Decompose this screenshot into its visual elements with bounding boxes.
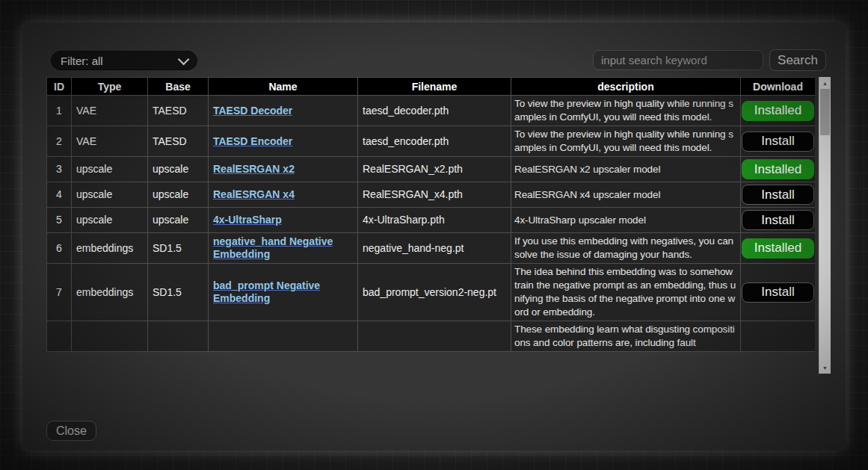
scrollbar-up-arrow-icon[interactable]: ▲: [819, 77, 831, 89]
cell-id: 4: [47, 182, 72, 208]
table-scrollbar[interactable]: ▲ ▼: [819, 77, 831, 374]
installed-button[interactable]: Installed: [742, 159, 814, 179]
cell-type: VAE: [72, 126, 148, 157]
header-name: Name: [209, 78, 358, 96]
cell-filename: RealESRGAN_x2.pth: [358, 157, 511, 182]
filter-dropdown[interactable]: Filter: all: [51, 51, 197, 70]
cell-type: embeddings: [72, 233, 148, 264]
filter-dropdown-value: Filter: all: [61, 55, 103, 67]
scrollbar-down-arrow-icon[interactable]: ▼: [819, 362, 831, 374]
table-body: 1VAETAESDTAESD Decodertaesd_decoder.pthT…: [47, 96, 816, 352]
cell-description: These embedding learn what disgusting co…: [511, 321, 741, 352]
cell-description: RealESRGAN x2 upscaler model: [511, 157, 741, 182]
cell-base: SD1.5: [148, 233, 209, 264]
cell-id: 1: [47, 96, 72, 126]
header-base: Base: [148, 78, 209, 96]
header-type: Type: [72, 78, 148, 96]
cell-name: RealESRGAN x4: [209, 182, 358, 208]
table-row: 7embeddingsSD1.5bad_prompt Negative Embe…: [47, 264, 816, 321]
cell-download: Installed: [741, 233, 816, 264]
search-input[interactable]: [593, 50, 763, 70]
cell-filename: negative_hand-neg.pt: [358, 233, 511, 264]
cell-base: upscale: [148, 182, 209, 208]
table-row: 3upscaleupscaleRealESRGAN x2RealESRGAN_x…: [47, 157, 816, 182]
cell-id: 3: [47, 157, 72, 182]
cell-filename: 4x-UltraSharp.pth: [358, 208, 511, 233]
cell-filename: taesd_encoder.pth: [358, 126, 511, 157]
cell-base: upscale: [148, 208, 209, 233]
cell-name: [209, 321, 358, 352]
cell-type: [72, 321, 148, 352]
table-row: 1VAETAESDTAESD Decodertaesd_decoder.pthT…: [47, 96, 816, 126]
install-button[interactable]: Install: [742, 210, 814, 230]
cell-type: upscale: [72, 157, 148, 182]
cell-filename: taesd_decoder.pth: [358, 96, 511, 126]
cell-filename: RealESRGAN_x4.pth: [358, 182, 511, 208]
cell-id: 5: [47, 208, 72, 233]
cell-filename: [358, 321, 511, 352]
cell-description: To view the preview in high quality whil…: [511, 96, 741, 126]
cell-name: RealESRGAN x2: [209, 157, 358, 182]
cell-name: TAESD Encoder: [209, 126, 358, 157]
scrollbar-thumb[interactable]: [820, 89, 830, 135]
cell-download: Install: [741, 126, 816, 157]
table-row: 4upscaleupscaleRealESRGAN x4RealESRGAN_x…: [47, 182, 816, 208]
install-button[interactable]: Install: [742, 185, 814, 205]
cell-description: 4x-UltraSharp upscaler model: [511, 208, 741, 233]
cell-download: Installed: [741, 157, 816, 182]
model-link[interactable]: TAESD Decoder: [213, 105, 292, 117]
cell-name: 4x-UltraSharp: [209, 208, 358, 233]
cell-name: bad_prompt Negative Embedding: [209, 264, 358, 321]
cell-download: Install: [741, 208, 816, 233]
cell-base: [148, 321, 209, 352]
model-link[interactable]: RealESRGAN x4: [213, 188, 295, 200]
model-install-dialog: Filter: all Search ID Type Base Name: [22, 22, 846, 451]
model-link[interactable]: 4x-UltraSharp: [213, 214, 282, 226]
cell-description: RealESRGAN x4 upscaler model: [511, 182, 741, 208]
cell-base: upscale: [148, 157, 209, 182]
table-row: 2VAETAESDTAESD Encodertaesd_encoder.pthT…: [47, 126, 816, 157]
cell-base: SD1.5: [148, 264, 209, 321]
close-button[interactable]: Close: [46, 421, 96, 441]
install-button[interactable]: Install: [742, 282, 814, 303]
cell-download: [741, 321, 816, 352]
installed-button[interactable]: Installed: [742, 238, 814, 259]
cell-download: Installed: [741, 96, 816, 126]
cell-id: 2: [47, 126, 72, 157]
cell-id: [47, 321, 72, 352]
cell-download: Install: [741, 182, 816, 208]
header-id: ID: [47, 78, 72, 96]
table-row: These embedding learn what disgusting co…: [47, 321, 816, 352]
cell-base: TAESD: [148, 96, 209, 126]
cell-download: Install: [741, 264, 816, 321]
search-button[interactable]: Search: [769, 49, 826, 71]
model-link[interactable]: TAESD Encoder: [213, 135, 292, 147]
cell-id: 7: [47, 264, 72, 321]
header-download: Download: [741, 78, 816, 96]
table-row: 5upscaleupscale4x-UltraSharp4x-UltraShar…: [47, 208, 816, 233]
model-table-viewport: ID Type Base Name Filename description D…: [46, 77, 815, 374]
install-button[interactable]: Install: [742, 132, 814, 152]
table-row: 6embeddingsSD1.5negative_hand Negative E…: [47, 233, 816, 264]
chevron-down-icon: [178, 53, 190, 65]
cell-type: VAE: [72, 96, 148, 126]
cell-filename: bad_prompt_version2-neg.pt: [358, 264, 511, 321]
cell-type: upscale: [72, 208, 148, 233]
cell-description: If you use this embedding with negatives…: [511, 233, 741, 264]
cell-type: embeddings: [72, 264, 148, 321]
cell-description: The idea behind this embedding was to so…: [511, 264, 741, 321]
comfyui-canvas: Filter: all Search ID Type Base Name: [0, 0, 868, 470]
model-table: ID Type Base Name Filename description D…: [46, 77, 815, 352]
table-header-row: ID Type Base Name Filename description D…: [47, 78, 816, 96]
cell-name: negative_hand Negative Embedding: [209, 233, 358, 264]
model-link[interactable]: negative_hand Negative Embedding: [213, 235, 333, 260]
cell-base: TAESD: [148, 126, 209, 157]
header-filename: Filename: [358, 78, 511, 96]
cell-description: To view the preview in high quality whil…: [511, 126, 741, 157]
model-link[interactable]: RealESRGAN x2: [213, 163, 295, 175]
header-description: description: [511, 78, 741, 96]
cell-name: TAESD Decoder: [209, 96, 358, 126]
installed-button[interactable]: Installed: [742, 101, 814, 121]
cell-type: upscale: [72, 182, 148, 208]
model-link[interactable]: bad_prompt Negative Embedding: [213, 279, 320, 304]
